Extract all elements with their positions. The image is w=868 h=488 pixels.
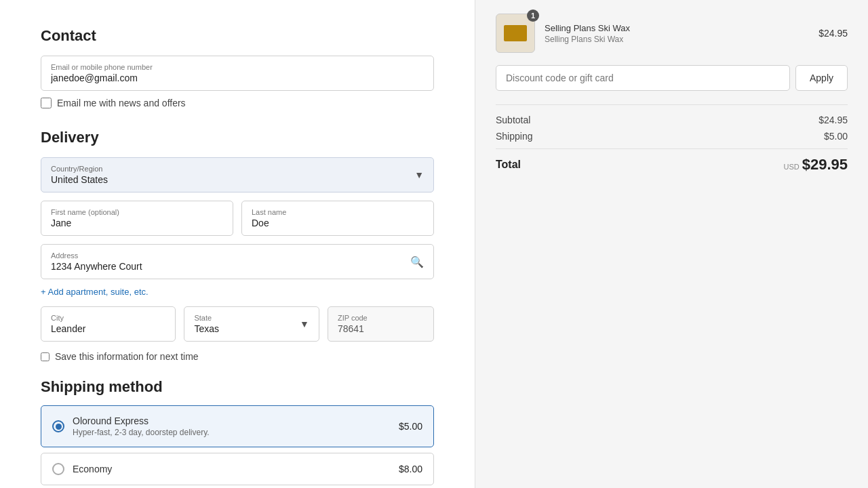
address-wrapper: Address 🔍 xyxy=(41,244,434,279)
oloround-desc: Hyper-fast, 2-3 day, doorstep delivery. xyxy=(73,428,391,437)
total-row: Total USD $29.95 xyxy=(496,148,848,174)
right-panel: 1 Selling Plans Ski Wax Selling Plans Sk… xyxy=(475,0,868,488)
apply-button[interactable]: Apply xyxy=(795,65,848,91)
newsletter-row: Email me with news and offers xyxy=(41,98,434,108)
state-select[interactable]: Texas xyxy=(194,323,309,334)
economy-price: $8.00 xyxy=(399,464,422,474)
product-quantity-badge: 1 xyxy=(527,9,539,22)
city-input[interactable] xyxy=(51,323,165,334)
last-name-input[interactable] xyxy=(252,218,424,228)
total-amount: $29.95 xyxy=(802,156,848,174)
address-label: Address xyxy=(51,251,424,260)
totals-section: Subtotal $24.95 Shipping $5.00 Total USD… xyxy=(496,104,848,174)
city-wrapper: City xyxy=(41,306,176,342)
economy-name: Economy xyxy=(73,464,391,474)
delivery-section: Delivery Country/Region United States ▼ … xyxy=(41,129,434,362)
country-label: Country/Region xyxy=(51,165,424,173)
zip-wrapper: ZIP code xyxy=(328,306,434,342)
newsletter-checkbox[interactable] xyxy=(41,98,52,108)
email-field-wrapper: Email or mobile phone number xyxy=(41,56,434,91)
product-name: Selling Plans Ski Wax xyxy=(545,23,809,33)
total-currency: USD xyxy=(783,163,799,171)
discount-input[interactable] xyxy=(496,65,790,91)
oloround-price: $5.00 xyxy=(399,421,422,432)
product-details: Selling Plans Ski Wax Selling Plans Ski … xyxy=(545,23,809,44)
save-info-label: Save this information for next time xyxy=(55,351,199,362)
first-name-wrapper: First name (optional) xyxy=(41,201,233,236)
first-name-label: First name (optional) xyxy=(51,208,223,216)
contact-title: Contact xyxy=(41,27,434,45)
shipping-section: Shipping method Oloround Express Hyper-f… xyxy=(41,378,434,488)
total-amount-wrapper: USD $29.95 xyxy=(783,156,848,174)
save-info-checkbox[interactable] xyxy=(41,352,50,361)
total-label: Total xyxy=(496,159,521,171)
shipping-row: Shipping $5.00 xyxy=(496,131,848,142)
name-row: First name (optional) Last name xyxy=(41,201,434,236)
state-wrapper: State Texas ▼ xyxy=(184,306,319,342)
city-label: City xyxy=(51,314,165,322)
subtotal-row: Subtotal $24.95 xyxy=(496,115,848,125)
product-thumbnail-wrapper: 1 xyxy=(496,14,535,53)
oloround-info: Oloround Express Hyper-fast, 2-3 day, do… xyxy=(73,415,391,437)
product-variant: Selling Plans Ski Wax xyxy=(545,35,809,44)
delivery-title: Delivery xyxy=(41,129,434,146)
shipping-title: Shipping method xyxy=(41,378,434,396)
address-input[interactable] xyxy=(51,261,424,272)
contact-section: Contact Email or mobile phone number Ema… xyxy=(41,27,434,108)
discount-row: Apply xyxy=(496,65,848,91)
radio-oloround[interactable] xyxy=(52,420,64,432)
state-label: State xyxy=(194,314,309,322)
oloround-name: Oloround Express xyxy=(73,415,391,426)
country-select[interactable]: United States xyxy=(51,174,424,185)
zip-input[interactable] xyxy=(338,323,424,334)
email-label: Email or mobile phone number xyxy=(51,63,424,71)
country-region-wrapper: Country/Region United States ▼ xyxy=(41,157,434,192)
shipping-value: $5.00 xyxy=(824,131,848,142)
save-info-row: Save this information for next time xyxy=(41,351,434,362)
shipping-option-economy[interactable]: Economy $8.00 xyxy=(41,453,434,485)
product-price: $24.95 xyxy=(818,28,848,39)
last-name-label: Last name xyxy=(252,208,424,216)
economy-info: Economy xyxy=(73,464,391,474)
product-row: 1 Selling Plans Ski Wax Selling Plans Sk… xyxy=(496,14,848,53)
search-icon: 🔍 xyxy=(410,256,424,268)
newsletter-label: Email me with news and offers xyxy=(57,98,186,108)
last-name-wrapper: Last name xyxy=(241,201,434,236)
shipping-label: Shipping xyxy=(496,131,533,142)
city-state-zip-row: City State Texas ▼ ZIP code xyxy=(41,306,434,342)
subtotal-label: Subtotal xyxy=(496,115,530,125)
zip-label: ZIP code xyxy=(338,314,424,322)
shipping-option-oloround[interactable]: Oloround Express Hyper-fast, 2-3 day, do… xyxy=(41,405,434,447)
subtotal-value: $24.95 xyxy=(818,115,848,125)
email-input[interactable] xyxy=(51,73,424,83)
first-name-input[interactable] xyxy=(51,218,223,228)
left-panel: Contact Email or mobile phone number Ema… xyxy=(0,0,475,488)
add-apartment-link[interactable]: + Add apartment, suite, etc. xyxy=(41,287,149,297)
radio-economy[interactable] xyxy=(52,463,64,475)
product-image xyxy=(504,25,527,41)
